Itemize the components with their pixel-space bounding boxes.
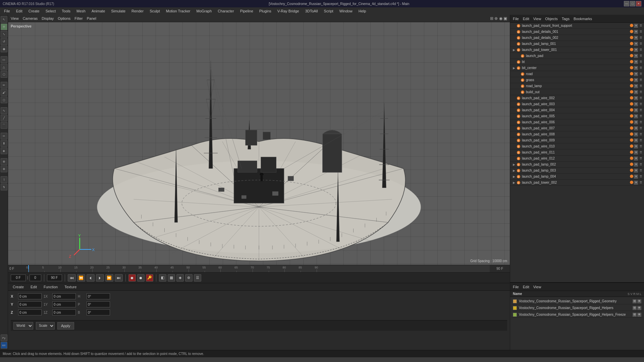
- menu-simulate[interactable]: Simulate: [108, 8, 128, 14]
- vp-menu-filter[interactable]: Filter: [74, 16, 83, 20]
- tool-scale[interactable]: ⤡: [1, 31, 7, 38]
- obj-dot-launch_pad_details_002[interactable]: [630, 36, 633, 39]
- obj-row-road[interactable]: Aroad✕☰: [510, 71, 644, 77]
- mat-link-icon-0[interactable]: ⛓: [633, 299, 637, 303]
- play-forward-button[interactable]: ⏩: [105, 274, 113, 282]
- obj-dot-launch_pad_tower_002[interactable]: [630, 181, 633, 184]
- world-mode-select[interactable]: World Object: [13, 322, 33, 329]
- scale-mode-select[interactable]: Scale Size: [36, 322, 55, 329]
- z-pos-input[interactable]: [18, 309, 42, 315]
- obj-row-launch_pad_mount_front_support[interactable]: Alaunch_pad_mount_front_support✕☰: [510, 23, 644, 29]
- menu-character[interactable]: Character: [215, 8, 236, 14]
- menu-window[interactable]: Window: [337, 8, 355, 14]
- go-end-button[interactable]: ⏭: [115, 274, 123, 282]
- mat-tab-edit[interactable]: Edit: [523, 285, 529, 289]
- tool-paint[interactable]: ✏: [1, 82, 7, 88]
- mat-view-icon-1[interactable]: 👁: [637, 306, 641, 310]
- close-button[interactable]: ✕: [636, 1, 641, 6]
- autokey-button[interactable]: 🔑: [146, 274, 153, 282]
- obj-check-launch_pad_tower_002[interactable]: ☰: [639, 181, 643, 185]
- obj-dot-launch_pad_mount_front_support[interactable]: [630, 24, 633, 27]
- expand-launch_pad_lamp_003[interactable]: ▶: [513, 169, 516, 172]
- obj-row-launch_pad_wire_004[interactable]: Alaunch_pad_wire_004✕☰: [510, 107, 644, 113]
- playhead-frame-input[interactable]: [30, 275, 41, 281]
- obj-dot-road[interactable]: [630, 72, 633, 75]
- fcurve-button[interactable]: ◈: [176, 274, 184, 282]
- tool-magnet[interactable]: ⊕: [1, 158, 7, 165]
- obj-row-launch_pad_wire_006[interactable]: Alaunch_pad_wire_006✕☰: [510, 119, 644, 125]
- obj-dot-launch_pad_wire_002[interactable]: [630, 96, 633, 100]
- obj-check-launch_pad_lamp_004[interactable]: ☰: [639, 175, 643, 179]
- mat-row-1[interactable]: Vostochny_Cosmodrome_Russian_Spaceport_R…: [512, 305, 643, 311]
- motion-system-button[interactable]: ⊛: [185, 274, 193, 282]
- tool-deform[interactable]: ⌇: [1, 176, 7, 183]
- menu-vray[interactable]: V-Ray Bridge: [275, 8, 302, 14]
- 3d-viewport[interactable]: X Y Z Perspective Grid Spacing : 10000 c…: [8, 22, 510, 265]
- mat-tab-view[interactable]: View: [533, 285, 541, 289]
- tab-texture[interactable]: Texture: [62, 284, 78, 290]
- obj-x-road_lamp[interactable]: ✕: [634, 84, 638, 88]
- tool-line[interactable]: ╱: [1, 115, 7, 121]
- expand-launch_pad_tower_002[interactable]: ▶: [513, 181, 516, 184]
- obj-tab-edit[interactable]: Edit: [523, 17, 529, 21]
- obj-check-bt[interactable]: ☰: [639, 60, 643, 64]
- timeline-ruler[interactable]: 051015202530354045505560657075808590: [28, 265, 490, 273]
- menu-plugins[interactable]: Plugins: [257, 8, 274, 14]
- tool-arc[interactable]: ⌒: [1, 122, 7, 129]
- obj-row-bit_center[interactable]: ▶Abit_center✕☰: [510, 65, 644, 71]
- obj-check-launch_pad_wire_007[interactable]: ☰: [639, 126, 643, 130]
- obj-dot-launch_pad_wire_012[interactable]: [630, 157, 633, 160]
- mat-view-icon-2[interactable]: 👁: [637, 313, 641, 317]
- obj-check-launch_pad_wire_006[interactable]: ☰: [639, 120, 643, 124]
- obj-dot-launch_pad_wire_005[interactable]: [630, 114, 633, 118]
- obj-dot-road_lamp[interactable]: [630, 84, 633, 87]
- obj-x-launch_pad_wire_007[interactable]: ✕: [634, 126, 638, 130]
- minimize-button[interactable]: —: [624, 1, 629, 6]
- obj-x-launch_pad_wire_002[interactable]: ✕: [634, 96, 638, 100]
- menu-tools[interactable]: Tools: [59, 8, 73, 14]
- obj-check-launch_pad_details_001[interactable]: ☰: [639, 30, 643, 34]
- obj-row-grass[interactable]: Agrass✕☰: [510, 77, 644, 83]
- record-options-button[interactable]: ⏺: [137, 274, 145, 282]
- mat-link-icon-2[interactable]: ⛓: [633, 313, 637, 317]
- obj-x-bt[interactable]: ✕: [634, 60, 638, 64]
- obj-x-launch_pad_wire_003[interactable]: ✕: [634, 102, 638, 106]
- y-pos-input[interactable]: [18, 301, 42, 307]
- obj-check-launch_pad_wire_003[interactable]: ☰: [639, 102, 643, 106]
- timeline[interactable]: 0 F 051015202530354045505560657075808590…: [8, 265, 510, 272]
- tool-knife[interactable]: ✂: [1, 133, 7, 139]
- play-button[interactable]: ⏵: [96, 274, 104, 282]
- obj-x-launch_pad_wire_005[interactable]: ✕: [634, 114, 638, 118]
- obj-dot-grass[interactable]: [630, 78, 633, 81]
- obj-x-build_out[interactable]: ✕: [634, 90, 638, 94]
- obj-check-launch_pad_wire_009[interactable]: ☰: [639, 138, 643, 142]
- mat-link-icon-1[interactable]: ⛓: [633, 306, 637, 310]
- obj-tab-view[interactable]: View: [533, 17, 541, 21]
- obj-dot-bit_center[interactable]: [630, 66, 633, 69]
- expand-bit_center[interactable]: ▶: [513, 66, 516, 70]
- vp-menu-options[interactable]: Options: [58, 16, 70, 20]
- obj-x-launch_pad_details_001[interactable]: ✕: [634, 30, 638, 34]
- obj-tab-objects[interactable]: Objects: [545, 17, 557, 21]
- obj-x-launch_pad_wire_009[interactable]: ✕: [634, 138, 638, 142]
- tool-twist[interactable]: ↯: [1, 184, 7, 190]
- mat-tab-file[interactable]: File: [513, 285, 519, 289]
- h-rot-input[interactable]: [87, 293, 110, 299]
- obj-x-bit_center[interactable]: ✕: [634, 66, 638, 70]
- obj-row-launch_pad_wire_012[interactable]: Alaunch_pad_wire_012✕☰: [510, 156, 644, 162]
- b-rot-input[interactable]: [87, 309, 110, 315]
- vp-menu-cameras[interactable]: Cameras: [23, 16, 38, 20]
- menu-pipeline[interactable]: Pipeline: [237, 8, 256, 14]
- menu-edit[interactable]: Edit: [13, 8, 25, 14]
- tab-function[interactable]: Function: [42, 284, 60, 290]
- x-size-input[interactable]: [52, 293, 76, 299]
- obj-check-launch_pad_wire_012[interactable]: ☰: [639, 157, 643, 161]
- vp-menu-display[interactable]: Display: [42, 16, 54, 20]
- obj-x-launch_pad_details_002[interactable]: ✕: [634, 36, 638, 40]
- obj-dot-launch_pad_wire_010[interactable]: [630, 144, 633, 148]
- tab-edit[interactable]: Edit: [29, 284, 39, 290]
- tool-spline[interactable]: ∿: [1, 107, 7, 114]
- obj-check-launch_pad_lamp_003[interactable]: ☰: [639, 169, 643, 173]
- obj-tab-tags[interactable]: Tags: [562, 17, 570, 21]
- y-size-input[interactable]: [52, 301, 76, 307]
